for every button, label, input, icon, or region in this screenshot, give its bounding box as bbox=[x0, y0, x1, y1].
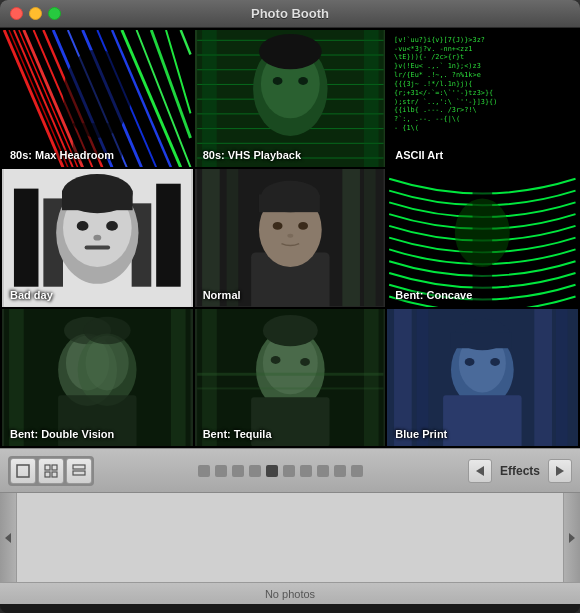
cell-vhs-playback[interactable]: 80s: VHS Playback bbox=[195, 30, 386, 167]
dot-7[interactable] bbox=[300, 465, 312, 477]
svg-rect-58 bbox=[364, 169, 376, 306]
svg-rect-88 bbox=[197, 387, 383, 389]
svg-point-50 bbox=[77, 221, 89, 231]
strip-view-button[interactable] bbox=[66, 458, 92, 484]
status-bar: No photos bbox=[0, 582, 580, 604]
svg-point-86 bbox=[300, 358, 310, 366]
svg-rect-36 bbox=[202, 30, 217, 167]
svg-rect-71 bbox=[171, 309, 186, 446]
svg-rect-70 bbox=[9, 309, 24, 446]
svg-point-84 bbox=[263, 315, 318, 346]
svg-point-33 bbox=[259, 34, 322, 69]
svg-rect-101 bbox=[443, 395, 521, 446]
svg-marker-109 bbox=[476, 466, 484, 476]
svg-rect-37 bbox=[364, 30, 379, 167]
svg-rect-103 bbox=[45, 465, 50, 470]
dot-4[interactable] bbox=[249, 465, 261, 477]
svg-rect-49 bbox=[62, 191, 133, 211]
cell-normal[interactable]: Normal bbox=[195, 169, 386, 306]
svg-point-52 bbox=[93, 235, 101, 241]
svg-rect-53 bbox=[85, 246, 111, 250]
svg-rect-29 bbox=[197, 143, 383, 144]
view-mode-group bbox=[8, 456, 94, 486]
svg-rect-98 bbox=[451, 332, 512, 348]
svg-rect-102 bbox=[17, 465, 29, 477]
svg-point-35 bbox=[298, 77, 308, 85]
svg-rect-104 bbox=[52, 465, 57, 470]
close-button[interactable] bbox=[10, 7, 23, 20]
dot-6[interactable] bbox=[283, 465, 295, 477]
svg-rect-87 bbox=[197, 372, 383, 375]
cell-label: Bent: Double Vision bbox=[10, 428, 114, 440]
cell-ascii-art[interactable]: [v!`uu?}i{v}[7{J)}>3z? -vu<*3j?v. -nn+<z… bbox=[387, 30, 578, 167]
cell-label: 80s: Max Headroom bbox=[10, 149, 114, 161]
svg-point-77 bbox=[84, 317, 131, 344]
dot-8[interactable] bbox=[317, 465, 329, 477]
cell-label: Blue Print bbox=[395, 428, 447, 440]
cell-bent-concave[interactable]: Bent: Concave bbox=[387, 169, 578, 306]
cell-label: Bad day bbox=[10, 289, 53, 301]
dot-10[interactable] bbox=[351, 465, 363, 477]
cell-label: Bent: Tequila bbox=[203, 428, 272, 440]
effects-prev-button[interactable] bbox=[468, 459, 492, 483]
dot-3[interactable] bbox=[232, 465, 244, 477]
svg-point-64 bbox=[298, 222, 308, 230]
traffic-lights bbox=[10, 7, 61, 20]
titlebar: Photo Booth bbox=[0, 0, 580, 28]
svg-marker-110 bbox=[556, 466, 564, 476]
svg-point-63 bbox=[272, 222, 282, 230]
svg-point-100 bbox=[491, 358, 501, 366]
svg-rect-91 bbox=[394, 309, 412, 446]
cell-bent-double-vision[interactable]: Bent: Double Vision bbox=[2, 309, 193, 446]
svg-point-68 bbox=[455, 199, 510, 268]
svg-rect-56 bbox=[226, 169, 238, 306]
toolbar: Effects bbox=[0, 448, 580, 492]
svg-point-65 bbox=[287, 234, 293, 238]
minimize-button[interactable] bbox=[29, 7, 42, 20]
window-title: Photo Booth bbox=[251, 6, 329, 21]
cell-max-headroom[interactable]: 80s: Max Headroom bbox=[2, 30, 193, 167]
photo-strip bbox=[0, 492, 580, 582]
svg-marker-111 bbox=[5, 533, 11, 543]
svg-rect-105 bbox=[45, 472, 50, 477]
photo-grid: 80s: Max Headroom bbox=[0, 28, 580, 448]
dot-2[interactable] bbox=[215, 465, 227, 477]
svg-rect-44 bbox=[156, 184, 181, 287]
svg-point-99 bbox=[465, 358, 475, 366]
effects-group: Effects bbox=[468, 459, 572, 483]
strip-scroll-right[interactable] bbox=[564, 493, 580, 582]
single-view-button[interactable] bbox=[10, 458, 36, 484]
svg-rect-80 bbox=[202, 309, 217, 446]
svg-rect-62 bbox=[259, 195, 320, 213]
cell-label: 80s: VHS Playback bbox=[203, 149, 301, 161]
svg-rect-92 bbox=[417, 309, 429, 446]
dot-5[interactable] bbox=[266, 465, 278, 477]
status-text: No photos bbox=[265, 588, 315, 600]
svg-rect-93 bbox=[535, 309, 553, 446]
svg-rect-106 bbox=[52, 472, 57, 477]
quad-view-button[interactable] bbox=[38, 458, 64, 484]
photo-booth-window: Photo Booth bbox=[0, 0, 580, 613]
effects-next-button[interactable] bbox=[548, 459, 572, 483]
strip-scroll-left[interactable] bbox=[0, 493, 16, 582]
effects-label: Effects bbox=[494, 464, 546, 478]
svg-marker-112 bbox=[569, 533, 575, 543]
svg-rect-94 bbox=[556, 309, 568, 446]
svg-rect-107 bbox=[73, 465, 85, 469]
svg-rect-81 bbox=[364, 309, 379, 446]
maximize-button[interactable] bbox=[48, 7, 61, 20]
cell-blue-print[interactable]: Blue Print bbox=[387, 309, 578, 446]
cell-bad-day[interactable]: Bad day bbox=[2, 169, 193, 306]
svg-rect-108 bbox=[73, 471, 85, 475]
dot-9[interactable] bbox=[334, 465, 346, 477]
svg-point-51 bbox=[106, 221, 118, 231]
strip-area bbox=[16, 493, 564, 582]
svg-rect-42 bbox=[14, 189, 39, 287]
svg-point-34 bbox=[272, 77, 282, 85]
cell-label: Normal bbox=[203, 289, 241, 301]
dot-1[interactable] bbox=[198, 465, 210, 477]
svg-point-85 bbox=[270, 356, 280, 364]
cell-label: Bent: Concave bbox=[395, 289, 472, 301]
dots-navigation bbox=[100, 465, 462, 477]
cell-bent-tequila[interactable]: Bent: Tequila bbox=[195, 309, 386, 446]
